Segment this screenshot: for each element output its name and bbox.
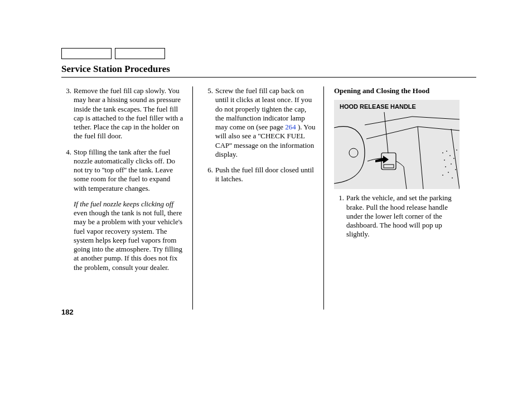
svg-point-5 [442, 153, 443, 153]
item-text: Screw the fuel fill cap back on until it… [215, 86, 316, 159]
top-link-boxes [61, 48, 476, 59]
manual-page: Service Station Procedures 3. Remove the… [0, 0, 532, 396]
item-text: Stop filling the tank after the fuel noz… [74, 148, 185, 193]
note-paragraph: If the fuel nozzle keeps clicking off ev… [61, 200, 185, 272]
svg-point-16 [456, 150, 457, 151]
column-2: 5. Screw the fuel fill cap back on until… [192, 86, 323, 310]
svg-point-8 [444, 160, 444, 161]
body-columns: 3. Remove the fuel fill cap slowly. You … [61, 86, 476, 310]
item-number: 4. [61, 148, 71, 193]
page-number: 182 [61, 308, 74, 316]
note-italic-lead: If the fuel nozzle keeps clicking off [74, 200, 173, 208]
link-box-1[interactable] [61, 48, 112, 59]
list-item: 3. Remove the fuel fill cap slowly. You … [61, 86, 185, 141]
title-rule [61, 77, 476, 78]
item-number: 3. [61, 86, 71, 141]
svg-point-13 [455, 170, 456, 170]
list-item: 4. Stop filling the tank after the fuel … [61, 148, 185, 193]
item-text: Push the fuel fill door closed until it … [215, 166, 316, 184]
link-box-2[interactable] [115, 48, 165, 59]
column-3: Opening and Closing the Hood HOOD RELEAS… [323, 86, 468, 310]
svg-point-0 [349, 148, 358, 157]
hood-release-diagram [334, 100, 460, 189]
item-number: 5. [203, 86, 213, 159]
list-item: 1. Park the vehicle, and set the parking… [334, 194, 461, 239]
svg-point-7 [449, 156, 450, 156]
svg-point-14 [442, 175, 443, 176]
svg-point-9 [451, 164, 451, 165]
svg-line-4 [384, 112, 388, 153]
list-item: 5. Screw the fuel fill cap back on until… [203, 86, 316, 159]
svg-rect-2 [384, 165, 394, 168]
page-link-264[interactable]: 264 [285, 123, 296, 131]
column-1: 3. Remove the fuel fill cap slowly. You … [61, 86, 192, 310]
item-number: 6. [203, 166, 213, 184]
svg-point-15 [452, 178, 452, 178]
svg-point-6 [446, 151, 447, 152]
list-item: 6. Push the fuel fill door closed until … [203, 166, 316, 184]
item-text: Remove the fuel fill cap slowly. You may… [74, 86, 185, 141]
item-number: 1. [334, 194, 344, 239]
svg-point-11 [453, 158, 454, 159]
item-text: Park the vehicle, and set the parking br… [346, 194, 461, 239]
section-subtitle: Opening and Closing the Hood [334, 86, 461, 95]
note-body: even though the tank is not full, there … [74, 209, 182, 272]
svg-point-12 [448, 172, 448, 173]
svg-point-10 [445, 167, 446, 167]
page-title: Service Station Procedures [61, 64, 476, 75]
hood-release-figure: HOOD RELEASE HANDLE [334, 100, 460, 189]
